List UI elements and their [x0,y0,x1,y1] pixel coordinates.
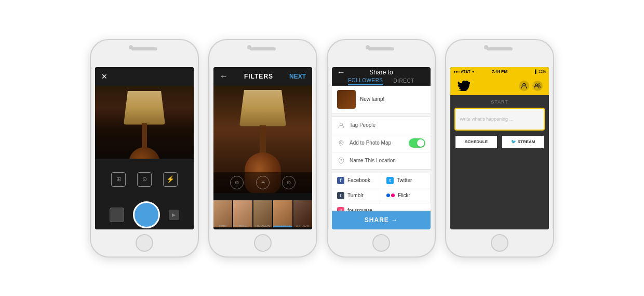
facebook-row[interactable]: f Facebook [332,173,381,188]
camera-shutter-bar: ▶ [95,200,194,229]
video-icon: ▶ [172,212,176,217]
filter-screen: ← FILTERS NEXT ⊘ ☀ ⊙ [213,67,312,229]
share-screen: ← Share to FOLLOWERS DIRECT New lamp! [332,67,431,229]
users-icon-btn[interactable] [532,81,543,91]
flickr-row[interactable]: Flickr [381,188,431,203]
power-btn-4[interactable] [553,82,554,102]
filter-valencia[interactable]: VALENCIA [273,193,292,229]
flickr-icon [386,194,395,197]
name-location-row[interactable]: Name This Location [332,152,431,169]
svg-point-1 [340,141,342,144]
share-button[interactable]: SHARE → [332,211,431,229]
power-btn-2[interactable] [316,82,317,102]
share-screen-area: ← Share to FOLLOWERS DIRECT New lamp! [332,67,431,229]
filter-screen-area: ← FILTERS NEXT ⊘ ☀ ⊙ [213,67,312,229]
start-label: START [454,99,545,105]
vol-down-btn-2[interactable] [208,97,209,110]
yellow-logo [457,79,471,93]
filter-rise[interactable]: RISE [233,193,252,229]
tab-direct[interactable]: DIRECT [394,78,414,85]
vol-down-btn-4[interactable] [445,97,446,110]
photo-map-toggle[interactable] [409,138,425,148]
focus-icon: ⊙ [142,176,147,183]
power-btn[interactable] [198,82,199,102]
camera-top-bar: ✕ [95,67,194,86]
schedule-button[interactable]: SCHEDULE [454,135,498,149]
tag-people-row[interactable]: Tag People [332,117,431,134]
what-happening-input[interactable]: Write what's happening ... [454,108,545,131]
vol-down-btn[interactable] [90,97,91,110]
flash-icon-btn[interactable]: ⚡ [163,172,178,187]
phone-top-bar-filters [209,40,316,67]
yellow-content-area: START Write what's happening ... SCHEDUL… [450,95,549,229]
photo-map-icon [337,139,345,147]
filters-title: FILTERS [244,73,273,80]
flickr-label: Flickr [398,192,410,198]
silent-btn-3[interactable] [327,113,328,128]
share-preview-row: New lamp! [332,86,431,113]
phone-bottom-bar-yellow [446,229,553,256]
tumblr-label: Tumblr [347,192,364,198]
grid-icon-btn[interactable]: ⊞ [111,172,126,187]
twitter-row[interactable]: t Twitter [381,173,431,188]
profile-icon-btn[interactable] [519,81,529,91]
twitter-icon: t [386,177,394,184]
action-buttons: SCHEDULE 🐦 STREAM [454,135,545,149]
vol-up-btn[interactable] [90,82,91,94]
location-icon [337,157,345,165]
vol-up-btn-2[interactable] [208,82,209,94]
photo-map-row[interactable]: Add to Photo Map [332,134,431,152]
time-label: 7:44 PM [492,69,507,74]
phone-yellow: ●●○ AT&T ▼ 7:44 PM ▌ 22% [445,39,554,258]
filter-xpro-thumb [293,200,312,227]
lamp-base-img [142,123,147,149]
phone-bottom-bar-camera [91,229,198,256]
close-icon[interactable]: ✕ [101,72,108,81]
tab-followers[interactable]: FOLLOWERS [348,78,383,85]
speaker-4 [487,47,513,50]
filter-fair-label: FAIR [219,224,227,227]
home-button-4[interactable] [491,234,508,252]
tumblr-row[interactable]: t Tumblr [332,188,381,203]
filter-fair[interactable]: FAIR [213,193,232,229]
vol-up-btn-3[interactable] [327,82,328,94]
twitter-label: Twitter [397,177,412,183]
filter-ctrl-1[interactable]: ⊘ [230,176,244,189]
filter-ctrl-2[interactable]: ☀ [256,176,270,189]
filter-hudson[interactable]: HUDSON [253,193,272,229]
home-button-3[interactable] [372,234,390,252]
filter-top-bar: ← FILTERS NEXT [213,67,312,86]
lamp-shade-filtered [239,90,286,126]
share-options-section: Tag People Add to Photo Map [332,117,431,170]
vol-up-btn-4[interactable] [445,82,446,94]
phone-bottom-bar-share [328,229,435,256]
gallery-btn[interactable] [110,208,124,222]
lamp-body-img [129,147,160,159]
capture-button[interactable] [133,201,160,228]
facebook-label: Facebook [347,177,370,183]
share-back-arrow[interactable]: ← [337,68,345,77]
video-btn[interactable]: ▶ [169,210,179,220]
silent-btn[interactable] [90,113,91,128]
share-photo-thumb [337,90,356,109]
home-button[interactable] [136,234,153,252]
silent-btn-2[interactable] [208,113,209,128]
next-button[interactable]: NEXT [289,73,306,80]
filter-rise-thumb [233,200,252,227]
filter-valencia-label: VALENCIA [275,224,291,227]
filter-ctrl-3[interactable]: ⊙ [282,176,296,189]
twitter-bird-icon: 🐦 [511,139,516,144]
share-top-bar: ← Share to [332,67,431,78]
back-arrow-icon[interactable]: ← [220,72,228,81]
camera-screen-area: ✕ ⊞ ⊙ ⚡ [95,67,194,229]
filter-xpro[interactable]: X-PRO II [293,193,312,229]
vol-down-btn-3[interactable] [327,97,328,110]
phone-share: ← Share to FOLLOWERS DIRECT New lamp! [327,39,436,258]
power-btn-3[interactable] [435,82,436,102]
focus-icon-btn[interactable]: ⊙ [137,172,152,187]
yellow-nav-bar [450,76,549,95]
speaker-2 [250,47,276,50]
silent-btn-4[interactable] [445,113,446,128]
stream-button[interactable]: 🐦 STREAM [501,135,545,149]
home-button-2[interactable] [254,234,272,252]
